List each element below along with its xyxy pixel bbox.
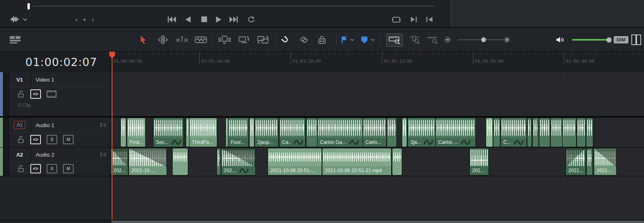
audio1-track-name[interactable]: Audio 1 xyxy=(31,122,100,128)
loop-range-icon[interactable] xyxy=(392,17,401,23)
timeline-ruler[interactable]: 01:00:00:0001:01:44:0001:03:28:0001:05:1… xyxy=(110,52,644,72)
volume-slider-knob[interactable] xyxy=(606,37,612,43)
audio-clip[interactable]: 202... xyxy=(221,148,255,175)
audio-clip[interactable]: Four... xyxy=(228,118,248,147)
zoom-in-button[interactable] xyxy=(504,34,510,46)
play-to-out-icon[interactable] xyxy=(411,17,417,22)
dynamic-trim-mode-button[interactable] xyxy=(176,34,188,46)
timeline-view-options-icon[interactable] xyxy=(10,34,21,46)
marker-icon[interactable] xyxy=(361,34,368,46)
next-marker-button[interactable]: › xyxy=(92,16,94,24)
audio-clip[interactable] xyxy=(306,118,317,147)
audio-clip[interactable]: C... xyxy=(501,118,527,147)
audio-clip[interactable] xyxy=(402,118,407,147)
chevron-down-icon[interactable] xyxy=(23,18,27,21)
audio-clip[interactable] xyxy=(493,118,500,147)
play-reverse-button[interactable] xyxy=(185,16,191,23)
auto-select-button[interactable]: <> xyxy=(30,164,41,173)
marker-chevron-icon[interactable] xyxy=(371,34,375,46)
replace-clip-button[interactable] xyxy=(257,34,269,46)
video1-track-header[interactable]: V1 Video 1 <> xyxy=(0,72,110,116)
timeline-content[interactable]: First...Sec...ThirdPa...Four...2jasp...C… xyxy=(110,72,644,220)
audio-clip[interactable]: First... xyxy=(127,118,145,147)
full-extent-zoom-button[interactable] xyxy=(386,34,403,47)
audio-clip[interactable] xyxy=(217,148,221,175)
flag-chevron-icon[interactable] xyxy=(350,34,354,46)
audio-clip[interactable]: Carlo... xyxy=(363,118,386,147)
solo-button[interactable]: S xyxy=(47,135,57,144)
filmstrip-icon[interactable] xyxy=(47,91,56,98)
audio1-track-id[interactable]: A1 xyxy=(9,121,31,129)
flag-icon[interactable] xyxy=(341,34,348,46)
timeline-scrub-handle[interactable] xyxy=(27,3,30,10)
razor-edit-mode-button[interactable] xyxy=(195,34,207,46)
selection-mode-button[interactable] xyxy=(140,34,147,46)
audio-clip[interactable] xyxy=(551,118,562,147)
play-button[interactable] xyxy=(216,16,221,23)
prev-marker-button[interactable]: ‹ xyxy=(75,16,78,24)
insert-clip-button[interactable] xyxy=(218,34,231,46)
trim-edit-mode-button[interactable] xyxy=(157,34,169,46)
marker-dot-icon[interactable]: ● xyxy=(83,17,86,22)
audio-clip[interactable]: Sec... xyxy=(153,118,183,147)
audio2-track-name[interactable]: Audio 2 xyxy=(31,152,100,158)
zoom-slider[interactable] xyxy=(457,34,508,46)
audio2-track-header[interactable]: A2 Audio 2 2.0 <> S M xyxy=(0,148,110,176)
volume-slider[interactable] xyxy=(572,34,611,46)
audio-clip[interactable]: 2021-... xyxy=(594,148,616,175)
audio-waveform-view-icon[interactable] xyxy=(11,16,20,23)
timeline-scrub-bar[interactable] xyxy=(33,6,435,7)
playhead-line[interactable] xyxy=(112,52,113,220)
audio1-track-header[interactable]: A1 Audio 1 2.0 <> S M xyxy=(0,118,110,147)
audio2-track-id[interactable]: A2 xyxy=(9,152,31,158)
zoom-slider-knob[interactable] xyxy=(481,37,486,42)
audio-clip[interactable] xyxy=(250,118,254,147)
custom-zoom-button[interactable] xyxy=(425,34,440,46)
audio-clip[interactable]: 2021-10-... xyxy=(129,148,167,175)
snapping-magnet-icon[interactable] xyxy=(281,34,290,46)
go-to-in-icon[interactable] xyxy=(426,17,432,22)
audio-clip[interactable] xyxy=(586,118,593,147)
stop-button[interactable] xyxy=(201,16,207,22)
scrollbar-thumb[interactable] xyxy=(111,221,644,223)
mute-button[interactable]: M xyxy=(63,164,74,173)
audio-clip[interactable] xyxy=(226,118,228,147)
audio-clip[interactable] xyxy=(486,118,493,147)
audio-clip[interactable] xyxy=(527,118,531,147)
overwrite-clip-button[interactable] xyxy=(238,34,250,46)
mixer-toggle-icon[interactable] xyxy=(631,34,642,46)
audio-clip[interactable] xyxy=(387,118,396,147)
zoom-out-button[interactable] xyxy=(444,34,451,46)
video1-track-name[interactable]: Video 1 xyxy=(31,77,110,83)
audio-clip[interactable] xyxy=(121,118,126,147)
auto-select-button[interactable]: <> xyxy=(30,89,41,99)
audio-clip[interactable]: 202... xyxy=(470,148,489,175)
audio-clip[interactable]: 2jasp... xyxy=(255,118,278,147)
audio-clip[interactable]: Carlos ... xyxy=(436,118,475,147)
audio-clip[interactable] xyxy=(577,118,585,147)
audio-clip[interactable] xyxy=(533,118,538,147)
position-lock-icon[interactable] xyxy=(317,34,327,46)
audio-clip[interactable] xyxy=(173,148,188,175)
audio-clip[interactable] xyxy=(392,148,402,175)
lock-icon[interactable] xyxy=(18,91,25,98)
audio-clip[interactable] xyxy=(587,148,592,175)
dim-button[interactable]: DIM xyxy=(614,34,628,46)
speaker-icon[interactable] xyxy=(556,34,565,46)
audio-clip[interactable] xyxy=(539,118,550,147)
audio-clip[interactable]: 2ja... xyxy=(408,118,435,147)
audio-clip[interactable]: 2021... xyxy=(566,148,585,175)
horizontal-scrollbar[interactable] xyxy=(0,220,644,223)
audio-clip[interactable]: 202... xyxy=(111,148,128,175)
audio-clip[interactable]: Carlos Ga... xyxy=(317,118,363,147)
lock-icon[interactable] xyxy=(18,165,25,172)
audio-clip[interactable]: Ca... xyxy=(279,118,305,147)
audio-clip[interactable]: ThirdPa... xyxy=(189,118,217,147)
lock-icon[interactable] xyxy=(18,136,25,143)
go-to-start-button[interactable] xyxy=(168,16,176,23)
audio-clip[interactable]: 2021-10-06 20-51-21.mp4 xyxy=(322,148,391,175)
loop-playback-icon[interactable] xyxy=(247,16,255,23)
solo-button[interactable]: S xyxy=(47,164,57,173)
linked-selection-icon[interactable] xyxy=(299,34,308,46)
go-to-end-button[interactable] xyxy=(230,16,238,23)
